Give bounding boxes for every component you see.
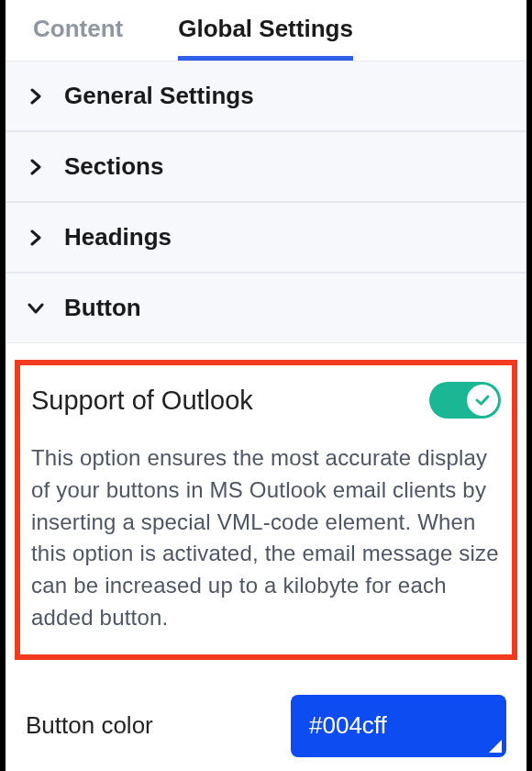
section-label: Sections	[64, 152, 163, 181]
outlook-support-highlight: Support of Outlook This option ensures t…	[15, 360, 517, 660]
tab-global-settings[interactable]: Global Settings	[178, 9, 353, 61]
section-sections[interactable]: Sections	[6, 131, 526, 202]
section-button[interactable]: Button	[6, 273, 526, 343]
outlook-support-description: This option ensures the most accurate di…	[31, 442, 501, 634]
tab-bar: Content Global Settings	[6, 0, 526, 61]
button-color-row: Button color #004cff	[6, 667, 526, 757]
section-label: Button	[64, 294, 141, 322]
chevron-right-icon	[28, 159, 44, 175]
outlook-support-title: Support of Outlook	[31, 386, 253, 416]
toggle-knob	[467, 385, 498, 416]
chevron-right-icon	[28, 229, 44, 246]
section-headings[interactable]: Headings	[6, 202, 526, 273]
chevron-right-icon	[28, 88, 44, 105]
button-color-picker[interactable]: #004cff	[291, 695, 506, 757]
section-general-settings[interactable]: General Settings	[6, 61, 526, 131]
section-label: General Settings	[64, 82, 254, 110]
outlook-support-toggle[interactable]	[429, 382, 501, 419]
resize-corner-icon	[489, 740, 502, 753]
button-color-label: Button color	[26, 711, 153, 740]
check-icon	[474, 392, 491, 408]
chevron-down-icon	[28, 300, 44, 317]
button-color-value: #004cff	[309, 711, 387, 740]
tab-content[interactable]: Content	[33, 9, 123, 61]
section-label: Headings	[64, 223, 172, 251]
